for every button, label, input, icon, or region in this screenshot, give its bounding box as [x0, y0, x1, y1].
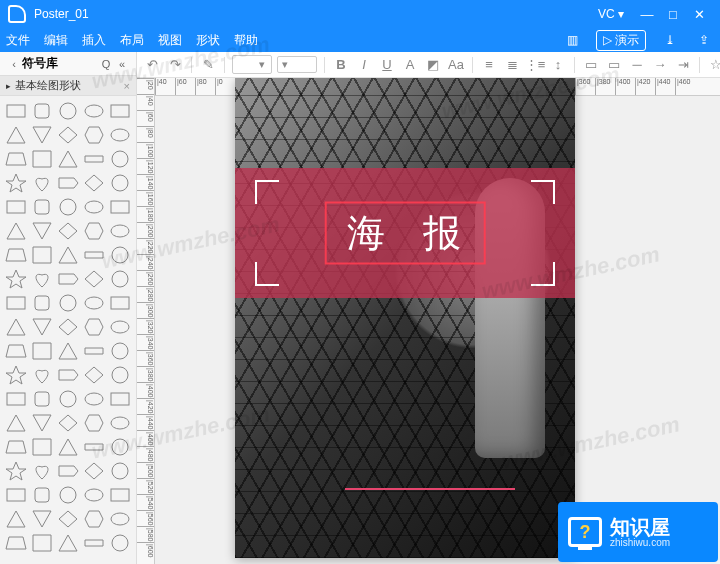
shape-swatch[interactable]: [4, 100, 28, 122]
shape-swatch[interactable]: [56, 532, 80, 554]
shape-swatch[interactable]: [108, 292, 132, 314]
close-button[interactable]: ✕: [686, 7, 712, 22]
shape-swatch[interactable]: [56, 316, 80, 338]
shape-swatch[interactable]: [56, 508, 80, 530]
section-header[interactable]: ▸ 基本绘图形状 ×: [0, 76, 136, 96]
shape-swatch[interactable]: [82, 196, 106, 218]
shape-swatch[interactable]: [82, 220, 106, 242]
align-center-button[interactable]: ≣: [503, 56, 521, 74]
shape-swatch[interactable]: [56, 268, 80, 290]
headline-text[interactable]: 海 报: [325, 202, 486, 265]
headline-banner[interactable]: 海 报: [235, 168, 575, 298]
fill-button[interactable]: ▭: [582, 56, 600, 74]
menu-insert[interactable]: 插入: [82, 32, 106, 49]
shape-swatch[interactable]: [108, 316, 132, 338]
search-icon[interactable]: Q: [98, 58, 114, 70]
shape-swatch[interactable]: [56, 484, 80, 506]
shape-swatch[interactable]: [4, 316, 28, 338]
poster-canvas[interactable]: 海 报: [235, 78, 575, 558]
shape-swatch[interactable]: [30, 532, 54, 554]
shape-swatch[interactable]: [4, 292, 28, 314]
shape-swatch[interactable]: [56, 436, 80, 458]
menu-edit[interactable]: 编辑: [44, 32, 68, 49]
shape-swatch[interactable]: [108, 268, 132, 290]
shape-swatch[interactable]: [56, 196, 80, 218]
shape-swatch[interactable]: [108, 508, 132, 530]
shape-swatch[interactable]: [4, 484, 28, 506]
shape-swatch[interactable]: [30, 148, 54, 170]
highlight-button[interactable]: ◩: [424, 56, 442, 74]
shape-swatch[interactable]: [82, 532, 106, 554]
shape-swatch[interactable]: [30, 436, 54, 458]
shape-swatch[interactable]: [82, 268, 106, 290]
shape-swatch[interactable]: [82, 244, 106, 266]
underline-button[interactable]: U: [378, 56, 396, 74]
menu-shape[interactable]: 形状: [196, 32, 220, 49]
shape-swatch[interactable]: [56, 220, 80, 242]
shape-swatch[interactable]: [108, 148, 132, 170]
shape-swatch[interactable]: [82, 148, 106, 170]
shape-swatch[interactable]: [82, 172, 106, 194]
font-size-select[interactable]: ▾: [277, 56, 317, 73]
bold-button[interactable]: B: [332, 56, 350, 74]
shape-swatch[interactable]: [30, 100, 54, 122]
shape-swatch[interactable]: [30, 388, 54, 410]
shape-swatch[interactable]: [82, 436, 106, 458]
shape-swatch[interactable]: [4, 172, 28, 194]
shape-swatch[interactable]: [30, 124, 54, 146]
shape-swatch[interactable]: [82, 316, 106, 338]
shape-swatch[interactable]: [56, 460, 80, 482]
shape-swatch[interactable]: [56, 100, 80, 122]
minimize-button[interactable]: —: [634, 7, 660, 22]
shape-swatch[interactable]: [30, 412, 54, 434]
line-button[interactable]: ▭: [605, 56, 623, 74]
shape-swatch[interactable]: [108, 220, 132, 242]
shape-swatch[interactable]: [30, 244, 54, 266]
shape-swatch[interactable]: [108, 244, 132, 266]
shape-swatch[interactable]: [30, 292, 54, 314]
shape-swatch[interactable]: [108, 388, 132, 410]
shape-swatch[interactable]: [4, 124, 28, 146]
shape-swatch[interactable]: [108, 460, 132, 482]
shape-swatch[interactable]: [108, 124, 132, 146]
shape-swatch[interactable]: [4, 148, 28, 170]
shape-swatch[interactable]: [108, 484, 132, 506]
shape-swatch[interactable]: [30, 340, 54, 362]
shape-swatch[interactable]: [30, 172, 54, 194]
shape-swatch[interactable]: [30, 196, 54, 218]
shape-swatch[interactable]: [82, 508, 106, 530]
menu-help[interactable]: 帮助: [234, 32, 258, 49]
shape-swatch[interactable]: [108, 196, 132, 218]
shape-swatch[interactable]: [56, 148, 80, 170]
shape-swatch[interactable]: [4, 196, 28, 218]
shape-swatch[interactable]: [108, 532, 132, 554]
user-menu[interactable]: VC ▾: [598, 7, 624, 21]
shape-swatch[interactable]: [56, 244, 80, 266]
shape-swatch[interactable]: [108, 100, 132, 122]
redo-button[interactable]: ↷: [166, 56, 184, 74]
shape-swatch[interactable]: [4, 436, 28, 458]
export-icon[interactable]: ⤓: [660, 31, 680, 49]
font-color-button[interactable]: A: [401, 56, 419, 74]
shape-swatch[interactable]: [30, 316, 54, 338]
shape-swatch[interactable]: [4, 220, 28, 242]
shape-swatch[interactable]: [30, 220, 54, 242]
font-select[interactable]: ▾: [232, 55, 272, 74]
shape-swatch[interactable]: [56, 172, 80, 194]
shape-swatch[interactable]: [82, 364, 106, 386]
shape-swatch[interactable]: [4, 268, 28, 290]
shape-swatch[interactable]: [82, 460, 106, 482]
shape-swatch[interactable]: [82, 292, 106, 314]
shape-swatch[interactable]: [4, 388, 28, 410]
shape-swatch[interactable]: [108, 340, 132, 362]
shape-swatch[interactable]: [4, 412, 28, 434]
shape-swatch[interactable]: [56, 388, 80, 410]
shape-swatch[interactable]: [30, 364, 54, 386]
screen-icon[interactable]: ▥: [562, 31, 582, 49]
align-left-button[interactable]: ≡: [480, 56, 498, 74]
shape-swatch[interactable]: [108, 364, 132, 386]
shape-swatch[interactable]: [82, 388, 106, 410]
spacing-button[interactable]: ↕: [549, 56, 567, 74]
maximize-button[interactable]: □: [660, 7, 686, 22]
shape-swatch[interactable]: [108, 412, 132, 434]
